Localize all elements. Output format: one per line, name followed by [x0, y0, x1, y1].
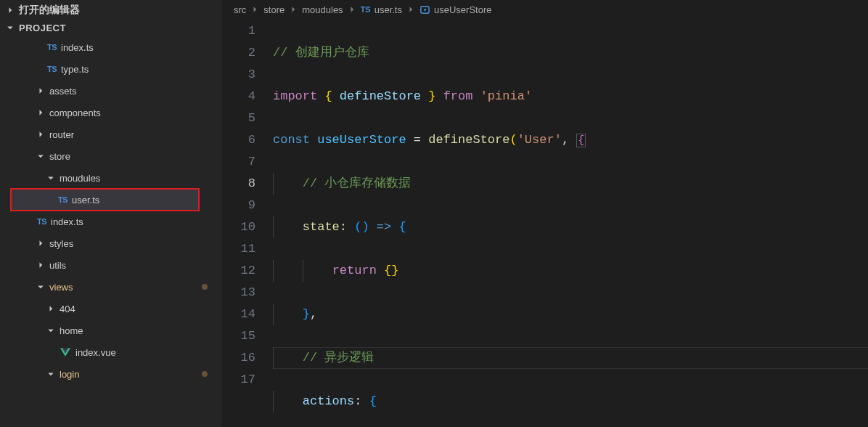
tree-file-index-ts-1[interactable]: TS index.ts: [0, 36, 222, 58]
tree-folder-moudules[interactable]: moudules: [0, 167, 222, 189]
crumb-user-ts[interactable]: user.ts: [374, 4, 402, 15]
token-brace: {: [398, 220, 406, 234]
chevron-right-icon: [250, 5, 259, 14]
tree-item-label: index.ts: [61, 42, 94, 53]
tree-item-label: user.ts: [72, 195, 99, 206]
sidebar[interactable]: 打开的编辑器 PROJECT TS index.ts TS type.ts as…: [0, 0, 222, 427]
svg-point-1: [424, 9, 426, 11]
ts-icon: TS: [42, 43, 57, 52]
token-keyword: return: [332, 264, 377, 277]
line-number: 4: [222, 86, 255, 107]
token-prop: actions: [303, 394, 354, 408]
token-identifier: defineStore: [340, 89, 421, 103]
token-string: 'pinia': [480, 89, 532, 103]
open-editors-header[interactable]: 打开的编辑器: [0, 1, 222, 19]
crumb-store[interactable]: store: [263, 4, 284, 15]
tree-folder-404[interactable]: 404: [0, 298, 222, 320]
tree-folder-utils[interactable]: utils: [0, 254, 222, 276]
token-paren: (: [509, 133, 517, 147]
chevron-down-icon: [35, 281, 46, 293]
token-op: =: [414, 133, 421, 147]
token-punct: :: [354, 394, 361, 408]
tree-file-index-vue[interactable]: index.vue: [0, 341, 222, 363]
project-label: PROJECT: [19, 23, 66, 33]
tree-file-user-ts[interactable]: TS user.ts: [11, 189, 199, 211]
tree-folder-router[interactable]: router: [0, 123, 222, 145]
line-number: 1: [222, 20, 255, 42]
code-content[interactable]: // 创建用户仓库 import { defineStore } from 'p…: [273, 19, 868, 427]
tree-folder-store[interactable]: store: [0, 145, 222, 167]
token-brace: {: [576, 134, 586, 147]
chevron-right-icon: [35, 259, 46, 271]
code-editor[interactable]: 1 2 3 4 5 6 7 8 9 10 11 12 13 14 15 16 1…: [222, 19, 868, 427]
tree-folder-components[interactable]: components: [0, 102, 222, 123]
token-brace: }: [428, 89, 435, 103]
ts-icon: TS: [361, 5, 371, 14]
tree-folder-styles[interactable]: styles: [0, 232, 222, 254]
line-number: 17: [222, 369, 255, 391]
tree-item-label: type.ts: [61, 64, 89, 75]
token-keyword: from: [443, 89, 473, 103]
tree-item-label: styles: [49, 238, 73, 249]
tree-item-label: moudules: [60, 173, 100, 184]
tree-folder-assets[interactable]: assets: [0, 80, 222, 102]
chevron-right-icon: [35, 237, 46, 249]
line-gutter: 1 2 3 4 5 6 7 8 9 10 11 12 13 14 15 16 1…: [222, 19, 273, 427]
chevron-right-icon: [348, 5, 356, 14]
token-keyword: const: [273, 133, 310, 147]
chevron-right-icon: [35, 129, 46, 140]
tree-item-label: index.ts: [51, 216, 83, 227]
vue-icon: [60, 346, 71, 358]
line-number: 9: [222, 195, 255, 216]
token-brace: {: [324, 89, 332, 103]
crumb-src[interactable]: src: [234, 4, 246, 15]
modified-dot-icon: [202, 371, 208, 377]
tree-folder-home[interactable]: home: [0, 320, 222, 341]
tree-item-label: utils: [49, 260, 66, 271]
chevron-down-icon: [45, 368, 57, 380]
line-number: 3: [222, 64, 255, 86]
tree-item-label: home: [60, 325, 83, 336]
editor-area: src store moudules TS user.ts useUserSto…: [222, 0, 868, 427]
token-punct: ,: [310, 307, 317, 321]
chevron-right-icon: [35, 107, 46, 118]
token-function: defineStore: [428, 133, 509, 147]
token-brace: }: [303, 307, 310, 321]
breadcrumb[interactable]: src store moudules TS user.ts useUserSto…: [222, 0, 868, 19]
line-number: 11: [222, 238, 255, 260]
crumb-moudules[interactable]: moudules: [302, 4, 343, 15]
token-comment: // 异步逻辑: [303, 351, 374, 365]
variable-icon: [419, 4, 430, 15]
tree-item-label: index.vue: [75, 347, 116, 358]
token-arrow: =>: [377, 220, 391, 234]
tree-item-label: store: [49, 151, 70, 162]
token-comment: // 小仓库存储数据: [303, 176, 412, 190]
token-keyword: import: [273, 89, 317, 103]
chevron-down-icon: [35, 150, 46, 162]
ts-icon: TS: [42, 65, 57, 73]
line-number: 6: [222, 129, 255, 151]
chevron-right-icon: [4, 4, 16, 16]
line-number: 16: [222, 347, 255, 369]
project-header[interactable]: PROJECT: [0, 19, 222, 36]
line-number: 7: [222, 151, 255, 173]
tree-file-index-ts-2[interactable]: TS index.ts: [0, 211, 222, 232]
token-prop: state: [303, 220, 340, 234]
tree-item-label: components: [49, 107, 101, 118]
tree-file-type-ts[interactable]: TS type.ts: [0, 58, 222, 80]
chevron-down-icon: [4, 22, 16, 33]
tree-folder-views[interactable]: views: [0, 276, 222, 298]
line-number: 14: [222, 304, 255, 325]
line-number: 8: [222, 173, 255, 195]
chevron-right-icon: [289, 5, 298, 14]
tree-folder-login[interactable]: login: [0, 363, 222, 385]
tree-item-label: assets: [49, 86, 77, 97]
crumb-symbol[interactable]: useUserStore: [434, 4, 491, 15]
token-comment: // 创建用户仓库: [273, 46, 369, 60]
line-number: 10: [222, 216, 255, 238]
ts-icon: TS: [53, 195, 67, 204]
token-string: 'User': [517, 133, 562, 147]
modified-dot-icon: [202, 284, 208, 290]
chevron-right-icon: [45, 303, 57, 314]
line-number: 15: [222, 325, 255, 347]
